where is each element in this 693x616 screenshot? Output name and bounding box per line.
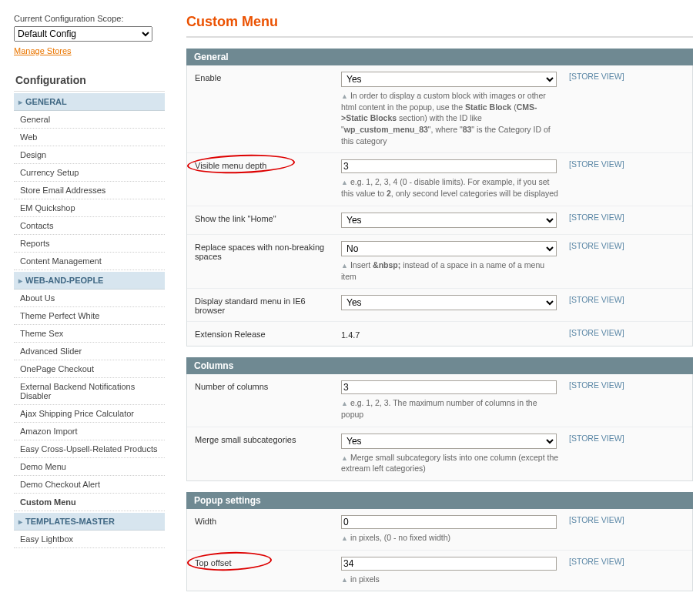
sidebar-item[interactable]: Easy Lightbox — [14, 531, 165, 548]
sidebar-item[interactable]: OnePage Checkout — [14, 360, 165, 378]
label-merge: Merge small subcategories — [195, 434, 341, 444]
label-visible-depth: Visible menu depth — [195, 159, 341, 170]
select-nbsp[interactable]: No — [341, 241, 557, 256]
nav-group-header[interactable]: ▸WEB-AND-PEOPLE — [14, 272, 165, 290]
manage-stores-link[interactable]: Manage Stores — [14, 46, 72, 55]
input-popup-width[interactable] — [341, 515, 557, 529]
sidebar-item[interactable]: About Us — [14, 290, 165, 307]
sidebar-item[interactable]: Reports — [14, 235, 165, 253]
scope-tag: [STORE VIEW] — [561, 434, 632, 443]
scope-select[interactable]: Default Config — [14, 26, 152, 42]
section-header-popup[interactable]: Popup settings — [186, 492, 693, 509]
page-title: Custom Menu — [186, 14, 693, 30]
sidebar-item[interactable]: Theme Sex — [14, 325, 165, 343]
chevron-right-icon: ▸ — [18, 276, 22, 285]
sidebar-item[interactable]: Contacts — [14, 217, 165, 235]
chevron-right-icon: ▸ — [18, 517, 22, 526]
sidebar-item[interactable]: Advanced Slider — [14, 343, 165, 360]
nav-group-title: TEMPLATES-MASTER — [25, 517, 115, 526]
label-top-offset: Top offset — [195, 557, 341, 567]
nav-group-title: GENERAL — [25, 97, 67, 106]
sidebar-item[interactable]: EM Quickshop — [14, 199, 165, 217]
select-ie6[interactable]: Yes — [341, 295, 557, 310]
scope-tag: [STORE VIEW] — [561, 557, 632, 566]
title-rule — [186, 36, 693, 38]
select-enable[interactable]: Yes — [341, 72, 557, 87]
sidebar-item[interactable]: Theme Perfect White — [14, 307, 165, 325]
input-visible-depth[interactable] — [341, 159, 557, 173]
hint-popup-width: ▲in pixels, (0 - no fixed width) — [341, 529, 561, 544]
sidebar-item[interactable]: Demo Menu — [14, 458, 165, 476]
hint-enable: ▲In order to display a custom block with… — [341, 87, 561, 146]
scope-tag: [STORE VIEW] — [561, 159, 632, 169]
scope-label: Current Configuration Scope: — [14, 14, 165, 23]
label-popup-width: Width — [195, 515, 341, 526]
nav-group-title: WEB-AND-PEOPLE — [25, 276, 103, 285]
scope-tag: [STORE VIEW] — [561, 515, 632, 524]
sidebar-item[interactable]: Content Management — [14, 253, 165, 270]
sidebar-item[interactable]: Ajax Shipping Price Calculator — [14, 405, 165, 423]
input-num-columns[interactable] — [341, 380, 557, 394]
hint-num-columns: ▲e.g. 1, 2, 3. The maximum number of col… — [341, 394, 561, 420]
label-home-link: Show the link "Home" — [195, 213, 341, 223]
select-home-link[interactable]: Yes — [341, 213, 557, 228]
label-num-columns: Number of columns — [195, 380, 341, 391]
sidebar-item[interactable]: General — [14, 111, 165, 129]
label-release: Extension Release — [195, 328, 341, 339]
scope-tag: [STORE VIEW] — [561, 295, 632, 304]
sidebar-item[interactable]: Custom Menu — [14, 494, 165, 511]
section-header-columns[interactable]: Columns — [186, 357, 693, 374]
scope-tag: [STORE VIEW] — [561, 380, 632, 390]
sidebar-item[interactable]: Easy Cross-Upsell-Related Products — [14, 440, 165, 458]
scope-tag: [STORE VIEW] — [561, 328, 632, 337]
sidebar-item[interactable]: External Backend Notifications Disabler — [14, 378, 165, 405]
section-header-general[interactable]: General — [186, 49, 693, 65]
scope-tag: [STORE VIEW] — [561, 241, 632, 250]
sidebar-item[interactable]: Design — [14, 146, 165, 164]
label-enable: Enable — [195, 72, 341, 82]
configuration-heading: Configuration — [14, 69, 165, 92]
scope-tag: [STORE VIEW] — [561, 213, 632, 222]
sidebar-item[interactable]: Currency Setup — [14, 164, 165, 182]
hint-visible-depth: ▲e.g. 1, 2, 3, 4 (0 - disable limits). F… — [341, 173, 561, 199]
chevron-right-icon: ▸ — [18, 98, 22, 106]
input-top-offset[interactable] — [341, 557, 557, 571]
value-release: 1.4.7 — [341, 328, 561, 340]
hint-top-offset: ▲in pixels — [341, 571, 561, 585]
hint-nbsp: ▲Insert &nbsp; instead of a space in a n… — [341, 256, 561, 282]
label-ie6: Display standard menu in IE6 browser — [195, 295, 341, 315]
hint-merge: ▲Merge small subcategory lists into one … — [341, 449, 561, 474]
sidebar-item[interactable]: Web — [14, 129, 165, 146]
sidebar-item[interactable]: Demo Checkout Alert — [14, 476, 165, 494]
select-merge[interactable]: Yes — [341, 434, 557, 449]
nav-group-header[interactable]: ▸TEMPLATES-MASTER — [14, 513, 165, 531]
sidebar-item[interactable]: Amazon Import — [14, 423, 165, 440]
scope-tag: [STORE VIEW] — [561, 72, 632, 81]
nav-group-header[interactable]: ▸GENERAL — [14, 93, 165, 111]
label-nbsp: Replace spaces with non-breaking spaces — [195, 241, 341, 261]
sidebar-item[interactable]: Store Email Addresses — [14, 182, 165, 199]
